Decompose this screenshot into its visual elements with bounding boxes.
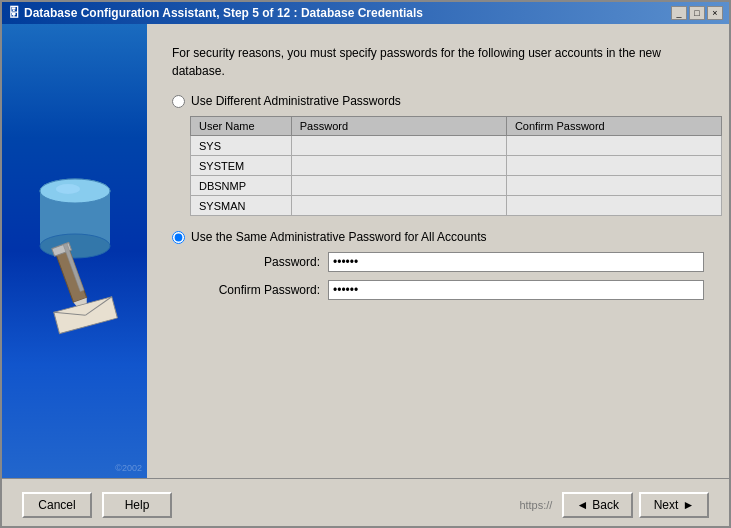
back-label: Back [592,498,619,512]
minimize-button[interactable]: _ [671,6,687,20]
password-system[interactable] [291,156,506,176]
confirm-system[interactable] [506,156,721,176]
title-bar-left: 🗄 Database Configuration Assistant, Step… [8,6,423,20]
watermark: ©2002 [115,463,142,473]
title-bar-text: Database Configuration Assistant, Step 5… [24,6,423,20]
different-passwords-option[interactable]: Use Different Administrative Passwords [172,94,704,108]
confirm-dbsnmp-input[interactable] [515,180,713,192]
same-password-label[interactable]: Use the Same Administrative Password for… [191,230,486,244]
password-system-input[interactable] [300,160,498,172]
password-dbsnmp[interactable] [291,176,506,196]
confirm-password-input[interactable] [328,280,704,300]
username-system: SYSTEM [191,156,292,176]
user-password-table: User Name Password Confirm Password SYS … [190,116,722,216]
col-password: Password [291,117,506,136]
right-panel: For security reasons, you must specify p… [147,24,729,478]
left-panel: ©2002 [2,24,147,478]
confirm-sysman-input[interactable] [515,200,713,212]
svg-point-4 [56,184,80,194]
password-sys-input[interactable] [300,140,498,152]
button-bar: Cancel Help https:// ◄ Back Next ► [2,478,729,528]
back-arrow-icon: ◄ [576,498,588,512]
title-bar: 🗄 Database Configuration Assistant, Step… [2,2,729,24]
same-password-option[interactable]: Use the Same Administrative Password for… [172,230,704,244]
help-button[interactable]: Help [102,492,172,518]
confirm-sysman[interactable] [506,196,721,216]
main-area: ©2002 For security reasons, you must spe… [2,24,729,478]
cancel-button[interactable]: Cancel [22,492,92,518]
confirm-password-label: Confirm Password: [190,283,320,297]
next-arrow-icon: ► [682,498,694,512]
confirm-dbsnmp[interactable] [506,176,721,196]
password-label: Password: [190,255,320,269]
table-row: SYS [191,136,722,156]
password-sysman-input[interactable] [300,200,498,212]
password-input[interactable] [328,252,704,272]
password-row: Password: [190,252,704,272]
watermark-bottom: https:// [519,499,552,511]
app-icon: 🗄 [8,6,20,20]
confirm-password-row: Confirm Password: [190,280,704,300]
confirm-system-input[interactable] [515,160,713,172]
username-sys: SYS [191,136,292,156]
table-row: SYSTEM [191,156,722,176]
table-row: SYSMAN [191,196,722,216]
description-text: For security reasons, you must specify p… [172,44,704,80]
username-dbsnmp: DBSNMP [191,176,292,196]
confirm-sys-input[interactable] [515,140,713,152]
password-sys[interactable] [291,136,506,156]
col-username: User Name [191,117,292,136]
different-passwords-radio[interactable] [172,95,185,108]
password-dbsnmp-input[interactable] [300,180,498,192]
different-passwords-label[interactable]: Use Different Administrative Passwords [191,94,401,108]
back-button[interactable]: ◄ Back [562,492,633,518]
confirm-sys[interactable] [506,136,721,156]
next-button[interactable]: Next ► [639,492,709,518]
maximize-button[interactable]: □ [689,6,705,20]
next-label: Next [654,498,679,512]
table-row: DBSNMP [191,176,722,196]
col-confirm-password: Confirm Password [506,117,721,136]
illustration-area [35,171,115,331]
title-bar-controls[interactable]: _ □ × [671,6,723,20]
username-sysman: SYSMAN [191,196,292,216]
password-sysman[interactable] [291,196,506,216]
same-password-radio[interactable] [172,231,185,244]
close-button[interactable]: × [707,6,723,20]
